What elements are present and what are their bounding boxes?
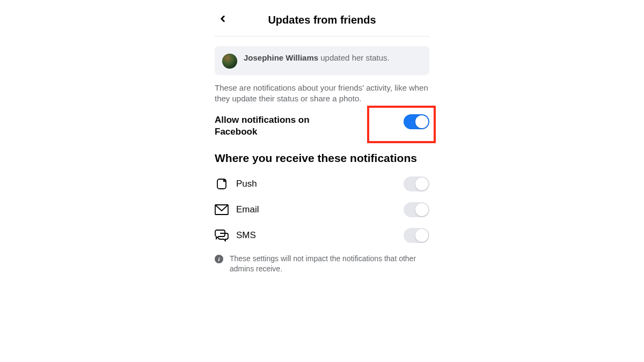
preview-name: Josephine Williams bbox=[244, 53, 318, 62]
description: These are notifications about your frien… bbox=[215, 83, 429, 105]
channel-label: Push bbox=[236, 179, 396, 189]
allow-notifications-row: Allow notifications on Facebook bbox=[215, 114, 429, 139]
channel-label: Email bbox=[236, 204, 396, 215]
avatar bbox=[222, 54, 237, 69]
info-icon: i bbox=[215, 255, 223, 263]
info-text: These settings will not impact the notif… bbox=[230, 254, 429, 274]
notification-preview: Josephine Williams updated her status. bbox=[215, 46, 429, 75]
channel-email: Email bbox=[215, 202, 429, 217]
email-toggle[interactable] bbox=[404, 202, 429, 217]
channels-heading: Where you receive these notifications bbox=[215, 151, 429, 165]
sms-toggle[interactable] bbox=[404, 228, 429, 243]
push-toggle[interactable] bbox=[404, 176, 429, 191]
email-icon bbox=[215, 203, 229, 217]
back-icon[interactable] bbox=[218, 14, 228, 26]
sms-icon bbox=[215, 228, 229, 242]
push-icon bbox=[215, 177, 229, 191]
channel-label: SMS bbox=[236, 230, 396, 241]
channel-sms: SMS bbox=[215, 228, 429, 243]
preview-action: updated her status. bbox=[318, 53, 390, 62]
allow-notifications-label: Allow notifications on Facebook bbox=[215, 114, 322, 139]
channel-push: Push bbox=[215, 176, 429, 191]
page-title: Updates from friends bbox=[215, 14, 429, 26]
allow-notifications-toggle[interactable] bbox=[404, 114, 429, 129]
svg-point-1 bbox=[224, 180, 225, 181]
info-note: i These settings will not impact the not… bbox=[215, 254, 429, 274]
header: Updates from friends bbox=[215, 10, 429, 36]
preview-text: Josephine Williams updated her status. bbox=[244, 53, 390, 63]
